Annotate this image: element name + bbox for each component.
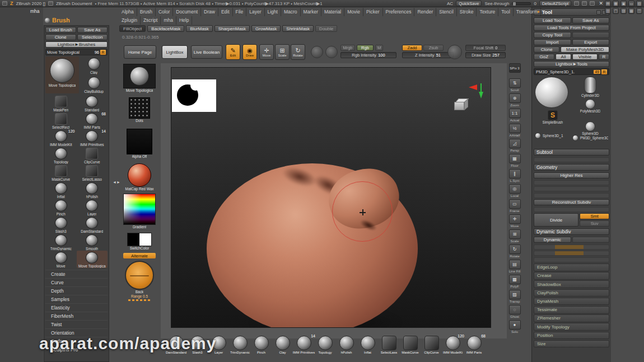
suv-toggle[interactable]: Suv: [580, 220, 609, 227]
visible-button[interactable]: Visible: [572, 54, 597, 60]
zsub-button[interactable]: Zsub: [423, 45, 444, 51]
tray-topology[interactable]: Topology: [316, 336, 334, 355]
dock-icon[interactable]: ▧: [636, 1, 642, 7]
home-page-button[interactable]: Home Page: [124, 45, 156, 59]
shelf-scroll[interactable]: ⇅Scroll: [509, 78, 521, 93]
brush-clay[interactable]: Clay: [80, 57, 108, 74]
tray-clay[interactable]: Clay: [274, 336, 291, 355]
geometry-header[interactable]: Geometry: [534, 164, 609, 171]
rgb-intensity-slider[interactable]: Rgb Intensity 100: [340, 52, 396, 58]
menu-mha[interactable]: mha: [161, 16, 176, 25]
shelf-scale[interactable]: ⊞Scale: [509, 229, 521, 245]
maskbar-blurmask[interactable]: BlurMask: [186, 25, 212, 32]
brush-maskcurve[interactable]: MaskCurve: [45, 164, 77, 181]
shelf-zoom[interactable]: ⊕Zoom: [509, 93, 521, 109]
maskbar-fillobject[interactable]: FillObject: [119, 25, 146, 32]
subtool-list-placeholder[interactable]: [534, 157, 609, 162]
dynamic-subdiv-header[interactable]: Dynamic Subdiv: [534, 228, 609, 235]
menu-brush[interactable]: Brush: [137, 8, 156, 16]
shelf-floor[interactable]: ▦Floor: [509, 154, 521, 169]
tool-palette-header[interactable]: ✦ Tool: [534, 8, 609, 16]
tool-section-crease[interactable]: Crease: [534, 272, 609, 280]
dock-icon[interactable]: ▥: [605, 8, 611, 14]
menu-preferences[interactable]: Preferences: [383, 8, 415, 16]
menu-texture[interactable]: Texture: [477, 8, 498, 16]
shelf-frame[interactable]: ▭Frame: [509, 199, 521, 214]
r-button[interactable]: R: [599, 54, 609, 60]
dock-icon[interactable]: ▦: [613, 1, 619, 7]
focal-shift-slider[interactable]: Focal Shift 0: [465, 45, 506, 51]
menu-color[interactable]: Color: [156, 8, 173, 16]
brush-move-topological-featured[interactable]: Move Topologica: [45, 57, 79, 93]
brush-imm-parts[interactable]: IMM Parts68: [77, 112, 108, 129]
shelf-transp[interactable]: ▨Transp: [509, 290, 521, 305]
shelf-spix-3[interactable]: SPix 3: [509, 63, 521, 78]
shelf-ghost[interactable]: ◌Ghost: [509, 305, 521, 320]
menu-draw[interactable]: Draw: [201, 8, 218, 16]
window-icon-2[interactable]: [582, 1, 587, 6]
tray-inflat[interactable]: Inflat: [359, 336, 376, 355]
menu-zplugin[interactable]: Zplugin: [119, 16, 141, 25]
tool-section-dynamesh[interactable]: DynaMesh: [534, 298, 609, 305]
material-thumbnail[interactable]: [128, 163, 151, 187]
clone-tool-button[interactable]: Clone: [534, 46, 559, 53]
brush-move[interactable]: Move: [45, 251, 77, 268]
subtool-header[interactable]: Subtool: [534, 149, 609, 156]
panel-divider-icon[interactable]: ◄►: [113, 180, 120, 184]
shelf-persp[interactable]: ◿Persp: [509, 139, 521, 154]
menu-material[interactable]: Material: [321, 8, 344, 16]
menu-document[interactable]: Document: [173, 8, 201, 16]
quicksave-button[interactable]: QuickSave: [456, 1, 482, 6]
brush-layer[interactable]: Layer: [77, 199, 108, 216]
menu-stroke[interactable]: Stroke: [457, 8, 477, 16]
brush-smooth[interactable]: Smooth: [77, 233, 108, 251]
shelf-line-fill[interactable]: ▤Line Fill: [509, 260, 521, 275]
tool-section-tessimate[interactable]: Tessimate: [534, 306, 609, 314]
maskbar-shrinkmask[interactable]: ShrinkMask: [282, 25, 314, 32]
brush-selectlasso[interactable]: SelectLasso: [77, 164, 108, 181]
shelf-rotate[interactable]: ↻Rotate: [509, 245, 521, 260]
tray-imm-modelki[interactable]: IMM ModelKi120: [444, 336, 461, 355]
draw-button[interactable]: ◉ Draw: [242, 44, 257, 60]
tool-pm3d-sphere3c[interactable]: PM3D_Sphere3C: [572, 135, 608, 141]
load-brush-button[interactable]: Load Brush: [45, 27, 76, 33]
menu-picker[interactable]: Picker: [363, 8, 383, 16]
brush-imm-modelkit[interactable]: IMM ModelKit120: [45, 129, 77, 147]
menu-macro[interactable]: Macro: [281, 8, 301, 16]
document-viewport[interactable]: [171, 67, 491, 328]
tool-cylinder3d[interactable]: Cylinder3D: [572, 77, 608, 98]
save-as-button[interactable]: Save As: [77, 27, 108, 33]
dock-icon[interactable]: ▨: [620, 8, 627, 14]
tray-hpolish[interactable]: hPolish: [338, 336, 355, 355]
subdiv-slider-placeholder[interactable]: [534, 257, 609, 262]
defaultzscript-button[interactable]: DefaultZScript: [539, 1, 572, 6]
clone-button[interactable]: Clone: [45, 34, 76, 40]
brush-imm-primitives[interactable]: IMM Primitives14: [77, 129, 108, 147]
brush-topology[interactable]: Topology: [45, 147, 77, 164]
brush-hpolish[interactable]: hPolish: [77, 181, 108, 199]
mrgb-button[interactable]: Mrgb: [340, 45, 355, 51]
dynamic-button[interactable]: Dynamic: [534, 237, 571, 243]
tool-polymesh3d[interactable]: PolyMesh3D: [572, 99, 608, 114]
goz-button[interactable]: GoZ: [534, 54, 554, 60]
load-tools-from-project-button[interactable]: Load Tools From Project: [534, 25, 609, 31]
brush-maskpen[interactable]: MaskPen: [45, 95, 77, 112]
menu-help[interactable]: Help: [176, 16, 192, 25]
alternate-button[interactable]: Alternate: [123, 253, 156, 258]
brush-section-depth[interactable]: Depth: [45, 286, 108, 295]
brush-section-fibermesh[interactable]: FiberMesh: [45, 312, 108, 320]
shelf-l-sym[interactable]: ∥L.Sym: [509, 169, 521, 184]
brush-section-curve[interactable]: Curve: [45, 278, 108, 286]
tray-clipcurve[interactable]: ClipCurve: [423, 336, 440, 355]
tray-imm-primitives[interactable]: IMM Primitives14: [295, 336, 312, 355]
menu-file[interactable]: File: [233, 8, 247, 16]
active-tool-bar[interactable]: PM3D_Sphere3D_1. 49 R: [534, 68, 609, 75]
higher-res-button[interactable]: Higher Res: [534, 172, 609, 178]
smt-toggle[interactable]: Smt: [580, 213, 609, 219]
import-button[interactable]: Import: [534, 39, 571, 45]
maskbar-backfacemask[interactable]: BackfaceMask: [147, 25, 184, 32]
tray-pinch[interactable]: Pinch: [253, 336, 270, 355]
menu-alpha[interactable]: Alpha: [119, 8, 137, 16]
dock-icon[interactable]: ▩: [628, 8, 634, 14]
brush-section-samples[interactable]: Samples: [45, 295, 108, 303]
